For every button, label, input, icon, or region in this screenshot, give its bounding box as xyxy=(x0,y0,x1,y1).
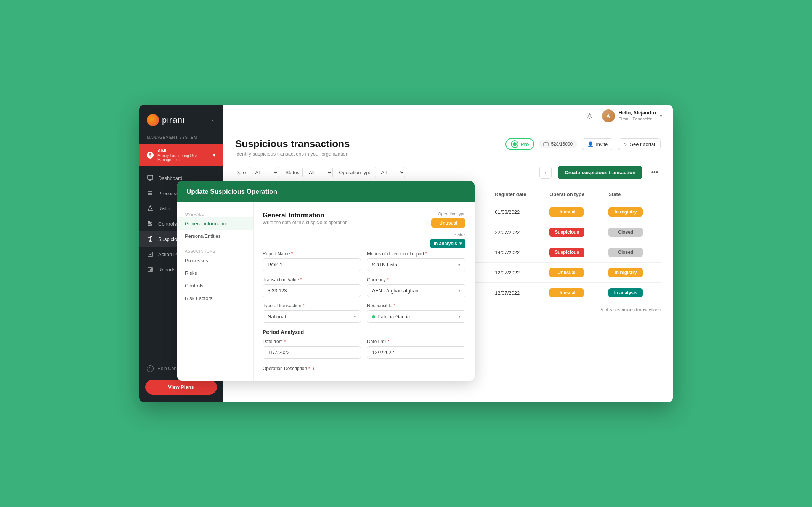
date-from-group: Date from * xyxy=(263,339,361,359)
status-value: In analysis xyxy=(434,241,457,246)
svg-point-12 xyxy=(150,240,151,241)
page-title: Suspicious transactions xyxy=(235,138,350,150)
overall-section-label: Overall xyxy=(177,210,253,217)
date-filter-select[interactable]: All xyxy=(249,167,279,178)
status-filter-select[interactable]: All xyxy=(302,167,333,178)
sidebar-label-controls: Controls xyxy=(158,221,177,227)
aml-title: AML xyxy=(157,148,209,154)
svg-point-6 xyxy=(148,221,150,223)
transaction-value-group: Transaction Value * xyxy=(263,277,361,297)
responsible-value: Patricia Garcia xyxy=(377,314,410,319)
invite-button[interactable]: 👤 Invite xyxy=(582,138,613,150)
op-description-section: Operation Description * ℹ xyxy=(263,365,465,372)
modal-nav-risks[interactable]: Risks xyxy=(177,267,253,279)
cell-state: In analysis xyxy=(602,283,661,303)
cell-operation-type: Unusual xyxy=(543,283,602,303)
sidebar-collapse-button[interactable]: ‹ xyxy=(210,115,215,125)
top-header: A Hello, Alejandro Pirani | Formación ▾ xyxy=(223,105,673,127)
date-filter: Date All xyxy=(235,167,279,178)
user-menu[interactable]: A Hello, Alejandro Pirani | Formación ▾ xyxy=(602,109,662,122)
cell-register-date: 22/07/2022 xyxy=(489,222,543,242)
detection-value: SDTN Lists xyxy=(372,262,397,268)
responsible-label: Responsible * xyxy=(367,303,465,308)
date-until-input[interactable] xyxy=(367,346,465,359)
date-from-input[interactable] xyxy=(263,346,361,359)
cell-operation-type: Suspicious xyxy=(543,242,602,263)
associations-section-label: Associations xyxy=(177,247,253,254)
date-until-group: Date until * xyxy=(367,339,465,359)
col-state: State xyxy=(602,187,661,202)
usage-icon xyxy=(543,141,549,147)
controls-icon xyxy=(147,220,154,227)
update-modal: Update Suspicious Operation Overall Gene… xyxy=(177,181,475,381)
cell-operation-type: Suspicious xyxy=(543,222,602,242)
page-subtitle: Identify suspicious transactions in your… xyxy=(235,151,350,157)
user-name: Hello, Alejandro xyxy=(619,110,656,116)
help-icon: ? xyxy=(147,365,154,372)
invite-icon: 👤 xyxy=(587,141,594,147)
aml-chevron-icon: ▾ xyxy=(213,152,215,158)
modal-top-row: General Information Write the data of th… xyxy=(263,212,465,248)
currency-select[interactable]: AFN - Afghan afghani ▾ xyxy=(367,284,465,297)
modal-header: Update Suspicious Operation xyxy=(177,181,475,202)
view-plans-button[interactable]: View Plans xyxy=(145,380,217,395)
op-type-badge: Unusual xyxy=(431,218,465,228)
date-filter-label: Date xyxy=(235,170,246,175)
type-transaction-value: National xyxy=(268,314,286,319)
status-chevron-icon: ▾ xyxy=(459,241,462,246)
filters-expand-button[interactable]: › xyxy=(539,167,552,179)
usage-badge: 528/16000 xyxy=(539,140,577,148)
user-chevron-icon: ▾ xyxy=(660,113,662,119)
op-type-label: Operation type xyxy=(438,212,465,216)
modal-nav-risk-factors[interactable]: Risk Factors xyxy=(177,292,253,305)
report-name-label: Report Name * xyxy=(263,251,361,257)
tutorial-label: See tutorial xyxy=(630,141,655,147)
type-transaction-label: Type of transaction * xyxy=(263,303,361,308)
aml-section[interactable]: $ AML Money Laundering Risk Management ▾ xyxy=(139,144,223,166)
user-org: Pirani | Formación xyxy=(619,116,656,122)
type-transaction-chevron-icon: ▾ xyxy=(354,314,356,319)
aml-subtitle: Money Laundering Risk Management xyxy=(157,154,209,162)
currency-group: Currency * AFN - Afghan afghani ▾ xyxy=(367,277,465,297)
report-name-group: Report Name * xyxy=(263,251,361,271)
currency-value: AFN - Afghan afghani xyxy=(372,288,419,294)
cell-state: In registry xyxy=(602,202,661,222)
status-dropdown[interactable]: In analysis ▾ xyxy=(430,239,465,248)
detection-select[interactable]: SDTN Lists ▾ xyxy=(367,258,465,271)
cell-state: In registry xyxy=(602,263,661,283)
svg-point-8 xyxy=(148,225,150,226)
modal-main: General Information Write the data of th… xyxy=(254,202,475,381)
type-transaction-select[interactable]: National ▾ xyxy=(263,310,361,323)
aml-icon: $ xyxy=(147,152,154,159)
modal-nav-general-info[interactable]: General information xyxy=(177,217,253,230)
modal-nav-persons[interactable]: Persons/Entities xyxy=(177,230,253,242)
transaction-value-input[interactable] xyxy=(263,284,361,297)
risks-icon xyxy=(147,205,154,212)
type-transaction-group: Type of transaction * National ▾ xyxy=(263,303,361,323)
cell-register-date: 14/07/2022 xyxy=(489,242,543,263)
tutorial-button[interactable]: ▷ See tutorial xyxy=(618,138,661,150)
period-section: Period Analyzed Date from * Date until * xyxy=(263,329,465,359)
svg-rect-19 xyxy=(544,143,548,146)
responsible-select[interactable]: Patricia Garcia ▾ xyxy=(367,310,465,323)
logo-text: pirani xyxy=(162,115,185,125)
pro-badge: Pro xyxy=(505,138,534,150)
cell-register-date: 12/07/2022 xyxy=(489,283,543,303)
op-type-filter-select[interactable]: All xyxy=(375,167,405,178)
status-label: Status xyxy=(454,232,465,237)
modal-nav-processes[interactable]: Processes xyxy=(177,254,253,267)
settings-button[interactable] xyxy=(584,110,596,122)
avatar: A xyxy=(602,109,615,122)
create-transaction-button[interactable]: Create suspicious transaction xyxy=(558,166,642,179)
sidebar-label-risks: Risks xyxy=(158,206,170,212)
report-name-input[interactable] xyxy=(263,258,361,271)
date-until-label: Date until * xyxy=(367,339,465,344)
detection-group: Means of detection of report * SDTN List… xyxy=(367,251,465,271)
period-row: Date from * Date until * xyxy=(263,339,465,359)
responsible-group: Responsible * Patricia Garcia ▾ xyxy=(367,303,465,323)
more-options-button[interactable]: ••• xyxy=(648,167,661,179)
modal-sidebar: Overall General information Persons/Enti… xyxy=(177,202,254,381)
modal-nav-controls[interactable]: Controls xyxy=(177,279,253,292)
action-plans-icon xyxy=(147,251,154,258)
cell-register-date: 01/08/2022 xyxy=(489,202,543,222)
